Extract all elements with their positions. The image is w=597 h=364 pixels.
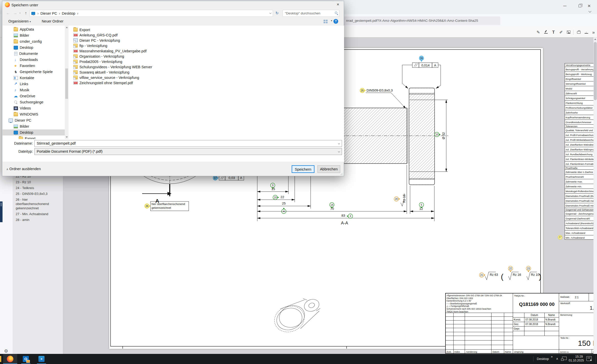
show-hidden-icons[interactable]: ∧ bbox=[556, 357, 558, 360]
list-item[interactable]: 23 - Rz 10 bbox=[16, 179, 61, 185]
close-icon[interactable]: × bbox=[332, 1, 344, 9]
breadcrumb[interactable]: › Dieser PC › Desktop › bbox=[30, 10, 273, 17]
toolbar-expand-icon[interactable]: » bbox=[551, 355, 553, 358]
gear-icon[interactable]: ⚙ bbox=[4, 349, 8, 353]
minimize-icon[interactable]: ─ bbox=[559, 2, 571, 10]
pdf-text-icon[interactable]: T bbox=[550, 29, 557, 36]
taskbar-clock[interactable]: 15:29 01.10.2025 bbox=[569, 355, 583, 362]
pdf-sign-icon[interactable]: ✎ bbox=[535, 29, 542, 36]
tree-item[interactable]: AppData bbox=[3, 26, 65, 32]
tree-item[interactable]: Dieser PC bbox=[3, 117, 65, 123]
tree-item[interactable]: Gespeicherte Spiele bbox=[3, 69, 65, 75]
file-item[interactable]: Dieser PC - Verknüpfung bbox=[73, 38, 336, 43]
list-item[interactable]: 25 - DIN509-E0,8x0,3 bbox=[16, 191, 61, 197]
tree-item[interactable]: Musik bbox=[3, 87, 65, 93]
tree-item[interactable]: Dokumente bbox=[3, 51, 65, 57]
docked-panel-handle[interactable] bbox=[0, 201, 3, 222]
list-item[interactable]: 24 - Teilkreis bbox=[16, 185, 61, 191]
print-icon[interactable] bbox=[575, 29, 582, 36]
refresh-icon[interactable]: ↻ bbox=[273, 10, 281, 17]
pdf-image-icon[interactable] bbox=[565, 29, 572, 36]
close-icon[interactable]: × bbox=[583, 2, 595, 10]
filetype-select[interactable]: Portable Document Format (PDF) (*.pdf) bbox=[34, 148, 342, 155]
balloon-26: 26 bbox=[145, 204, 151, 208]
notification-center-icon[interactable] bbox=[586, 356, 592, 361]
balloon-22: 22 bbox=[508, 266, 513, 272]
pdf-more-tools-icon[interactable]: » bbox=[590, 29, 597, 36]
taskbar-outlook-button[interactable]: O bbox=[19, 354, 33, 364]
forward-icon[interactable]: → bbox=[12, 10, 18, 16]
back-icon[interactable]: ← bbox=[5, 10, 11, 16]
download-icon[interactable] bbox=[583, 29, 590, 36]
tree-item[interactable]: cmder_config bbox=[3, 38, 65, 44]
file-item[interactable]: Export bbox=[73, 27, 336, 32]
list-item[interactable]: 26 - hier oberflaechenschonend gekennzei… bbox=[16, 197, 61, 211]
history-dropdown-icon[interactable]: ▾ bbox=[18, 10, 22, 16]
organize-button[interactable]: Organisieren ▾ bbox=[8, 19, 31, 23]
tree-item[interactable]: Kontakte bbox=[3, 75, 65, 81]
surface-note-box: hier oberflaechenschonend gekennzeichnet bbox=[151, 201, 189, 211]
dialog-titlebar[interactable]: Speichern unter × bbox=[2, 1, 344, 9]
breadcrumb-leaf[interactable]: Desktop bbox=[62, 11, 75, 15]
list-item[interactable]: 28 - amin bbox=[16, 217, 61, 223]
tree-item[interactable]: Desktop bbox=[3, 44, 65, 51]
scroll-up-icon[interactable] bbox=[66, 27, 68, 28]
table-row: zul. Flankenlinien-Formabw. ffβ 0,006 bbox=[565, 161, 597, 166]
tree-item[interactable]: Videos bbox=[3, 105, 65, 111]
file-item[interactable]: Prodat2005 - Verknüpfung bbox=[73, 59, 336, 64]
svg-text:20: 20 bbox=[395, 198, 398, 200]
show-desktop-edge[interactable] bbox=[595, 355, 596, 362]
tree-item[interactable]: Favoriten bbox=[3, 63, 65, 69]
up-icon[interactable]: ↑ bbox=[23, 10, 29, 16]
desktop-toolbar-label[interactable]: Desktop bbox=[537, 357, 549, 361]
chevron-down-icon[interactable] bbox=[338, 150, 340, 152]
file-item[interactable]: Massnahmenkatalog_PV_Uebergabe.pdf bbox=[73, 48, 336, 54]
chevron-down-icon[interactable] bbox=[269, 12, 271, 14]
scroll-up-icon[interactable] bbox=[594, 38, 596, 40]
search-input[interactable]: "Desktop" durchsuchen bbox=[283, 10, 339, 17]
scroll-down-icon[interactable] bbox=[66, 136, 68, 138]
taskbar-firefox-button[interactable] bbox=[3, 354, 17, 364]
chevron-down-icon[interactable] bbox=[338, 142, 340, 144]
network-icon[interactable] bbox=[562, 357, 567, 360]
list-tabs-icon[interactable] bbox=[588, 10, 591, 12]
tree-item[interactable]: WINDOWS bbox=[3, 111, 65, 117]
tree-item[interactable]: OneDrive bbox=[3, 93, 65, 99]
taskbar: O » Desktop » ∧ 15:29 01.10.2025 bbox=[0, 354, 597, 364]
taskbar-remote-app-button[interactable]: » bbox=[34, 354, 49, 364]
file-item[interactable]: Schulungsvideos - Verknüpfung WEB Server bbox=[73, 64, 336, 70]
tree-item[interactable]: Suchvorgänge bbox=[3, 99, 65, 105]
view-caret-icon[interactable]: ▾ bbox=[331, 19, 332, 22]
scrollbar-thumb[interactable] bbox=[594, 42, 597, 100]
file-item[interactable]: viflow_service_source - Verknüpfung bbox=[73, 75, 336, 80]
tree-item[interactable]: Desktop bbox=[3, 129, 65, 135]
hide-folders-button[interactable]: ∧ Ordner ausblenden bbox=[6, 167, 41, 171]
tree-scrollbar[interactable] bbox=[65, 26, 69, 139]
tree-item[interactable]: Bilder bbox=[3, 123, 65, 129]
file-item[interactable]: Anleitung_GRS-CQ.pdf bbox=[73, 32, 336, 38]
help-icon[interactable]: ? bbox=[333, 19, 338, 24]
filename-input[interactable]: Stirnrad_gestempelt.pdf bbox=[34, 140, 342, 147]
file-item[interactable]: Zeichnungsteil ohne Stempel.pdf bbox=[73, 80, 336, 85]
tree-item[interactable]: Links bbox=[3, 81, 65, 87]
resize-grip[interactable] bbox=[340, 173, 343, 175]
restore-icon[interactable] bbox=[579, 5, 581, 7]
pdf-highlight-icon[interactable] bbox=[542, 29, 549, 36]
pdf-draw-icon[interactable]: ✐ bbox=[558, 29, 565, 36]
pinned-app-partial-icon[interactable] bbox=[0, 356, 1, 362]
breadcrumb-root[interactable]: Dieser PC bbox=[40, 11, 57, 15]
file-item[interactable]: ftp - Verknüpfung bbox=[73, 43, 336, 48]
file-item[interactable]: Organisation - Verknüpfung bbox=[73, 54, 336, 59]
tree-item[interactable]: Export bbox=[3, 135, 65, 139]
save-button[interactable]: Speichern bbox=[292, 165, 314, 173]
pdf-scrollbar[interactable] bbox=[593, 37, 597, 354]
search-icon[interactable] bbox=[335, 12, 337, 14]
list-item[interactable]: 27 - Min. Achsabstand bbox=[16, 211, 61, 217]
new-folder-button[interactable]: Neuer Ordner bbox=[42, 19, 63, 23]
view-options-icon[interactable] bbox=[324, 20, 328, 23]
scrollbar-thumb[interactable] bbox=[65, 69, 68, 99]
tree-item[interactable]: Downloads bbox=[3, 57, 65, 63]
file-item[interactable]: Suwareq aktuell - Verknüpfung bbox=[73, 70, 336, 75]
cancel-button[interactable]: Abbrechen bbox=[317, 165, 340, 173]
tree-item[interactable]: Bilder bbox=[3, 32, 65, 38]
